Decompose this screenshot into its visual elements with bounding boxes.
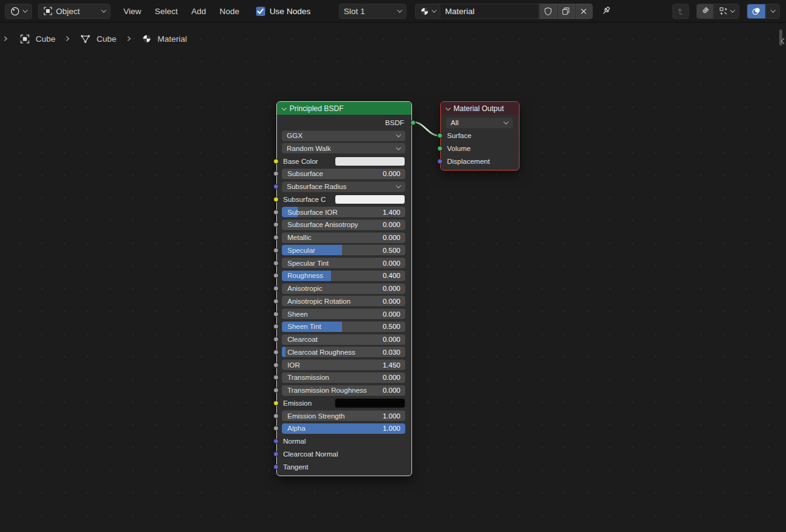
node-rows: AllSurfaceVolumeDisplacement xyxy=(441,115,519,170)
overlays-toggle-button[interactable] xyxy=(747,4,766,19)
value-slider[interactable]: Emission Strength1.000 xyxy=(282,411,405,421)
input-socket[interactable] xyxy=(273,439,279,444)
input-socket[interactable] xyxy=(273,222,279,228)
input-socket[interactable] xyxy=(273,260,279,266)
input-socket[interactable] xyxy=(273,324,279,330)
value-slider[interactable]: Roughness0.400 xyxy=(282,271,405,281)
node-row: Specular0.500 xyxy=(277,244,411,257)
menu-view[interactable]: View xyxy=(117,7,148,16)
editor-type-dropdown[interactable] xyxy=(5,4,32,19)
color-swatch[interactable] xyxy=(335,156,405,166)
browse-material-button[interactable] xyxy=(415,4,440,19)
input-socket[interactable] xyxy=(273,362,279,368)
input-socket[interactable] xyxy=(273,286,279,291)
input-socket[interactable] xyxy=(437,158,443,164)
value-slider[interactable]: Subsurface IOR1.400 xyxy=(282,207,405,217)
shield-icon xyxy=(543,7,553,16)
value-slider[interactable]: IOR1.450 xyxy=(282,360,405,370)
dropdown[interactable]: All xyxy=(446,118,513,128)
slider-label: Anisotropic Rotation xyxy=(282,298,351,305)
input-socket[interactable] xyxy=(273,184,279,190)
snap-toggle-button[interactable] xyxy=(696,4,714,19)
menu-add[interactable]: Add xyxy=(185,7,213,16)
value-slider[interactable]: Anisotropic Rotation0.000 xyxy=(282,296,405,306)
input-socket[interactable] xyxy=(437,133,443,139)
material-datablock: Material xyxy=(415,4,593,19)
new-material-button[interactable] xyxy=(557,4,575,19)
node-header[interactable]: Principled BSDF xyxy=(277,102,411,115)
input-socket[interactable] xyxy=(273,400,279,406)
value-slider[interactable]: Subsurface Anisotropy0.000 xyxy=(282,220,405,230)
slider-label: Roughness xyxy=(282,272,323,279)
node-header[interactable]: Material Output xyxy=(441,102,519,115)
output-socket[interactable] xyxy=(410,120,416,126)
node-row: Roughness0.400 xyxy=(277,269,411,282)
input-socket[interactable] xyxy=(273,311,279,317)
input-socket[interactable] xyxy=(273,413,279,418)
material-name-field[interactable]: Material xyxy=(440,4,539,19)
dropdown[interactable]: GGX xyxy=(282,131,405,141)
input-socket[interactable] xyxy=(273,247,279,253)
input-socket[interactable] xyxy=(273,337,279,342)
chevron-down-icon xyxy=(770,7,775,12)
value-slider[interactable]: Anisotropic0.000 xyxy=(282,283,405,294)
object-icon xyxy=(20,34,30,44)
input-socket[interactable] xyxy=(273,375,279,380)
snap-grid-icon xyxy=(718,6,728,16)
value-slider[interactable]: Subsurface0.000 xyxy=(282,169,405,179)
input-socket[interactable] xyxy=(273,426,279,431)
overlays-dropdown[interactable] xyxy=(766,4,780,19)
collapse-chevron-icon[interactable] xyxy=(446,106,451,110)
input-socket[interactable] xyxy=(273,171,279,177)
value-slider[interactable]: Sheen0.000 xyxy=(282,309,405,319)
unlink-material-button[interactable] xyxy=(575,4,593,19)
input-socket[interactable] xyxy=(273,451,279,457)
use-nodes-toggle[interactable]: Use Nodes xyxy=(256,7,311,16)
snap-element-dropdown[interactable] xyxy=(714,4,739,19)
color-swatch[interactable] xyxy=(335,398,405,408)
node-canvas[interactable]: Cube Cube xyxy=(0,23,786,532)
node-row: Clearcoat Roughness0.030 xyxy=(277,346,411,359)
value-slider[interactable]: Sheen Tint0.500 xyxy=(282,322,405,332)
node-rows: BSDFGGXRandom WalkBase ColorSubsurface0.… xyxy=(277,115,411,476)
input-socket[interactable] xyxy=(273,464,279,469)
slider-label: Transmission Roughness xyxy=(282,387,367,394)
input-socket[interactable] xyxy=(273,298,279,304)
input-socket[interactable] xyxy=(273,158,279,164)
value-slider[interactable]: Transmission Roughness0.000 xyxy=(282,385,405,396)
value-slider[interactable]: Alpha1.000 xyxy=(282,423,405,434)
mode-dropdown[interactable]: Object xyxy=(38,4,111,19)
input-socket[interactable] xyxy=(273,273,279,279)
dropdown[interactable]: Random Walk xyxy=(282,143,405,153)
value-slider[interactable]: Transmission0.000 xyxy=(282,372,405,383)
go-parent-node-tree-button[interactable] xyxy=(672,4,689,19)
node-link-bsdf-surface[interactable] xyxy=(412,122,440,136)
value-slider[interactable]: Specular0.500 xyxy=(282,245,405,255)
pin-button[interactable] xyxy=(601,6,612,17)
value-slider[interactable]: Specular Tint0.000 xyxy=(282,258,405,268)
slider-label: Subsurface Anisotropy xyxy=(282,221,358,228)
value-slider[interactable]: Metallic0.000 xyxy=(282,233,405,243)
node-row: Emission xyxy=(277,397,411,410)
slot-dropdown[interactable]: Slot 1 xyxy=(339,4,407,19)
input-socket[interactable] xyxy=(273,388,279,393)
fake-user-button[interactable] xyxy=(539,4,557,19)
value-slider[interactable]: Clearcoat Roughness0.030 xyxy=(282,347,405,357)
node-row: Metallic0.000 xyxy=(277,231,411,244)
node-material-output[interactable]: Material Output AllSurfaceVolumeDisplace… xyxy=(440,101,519,171)
collapse-chevron-icon[interactable] xyxy=(282,106,287,110)
node-principled-bsdf[interactable]: Principled BSDF BSDFGGXRandom WalkBase C… xyxy=(276,101,412,476)
input-socket[interactable] xyxy=(273,235,279,241)
menu-select[interactable]: Select xyxy=(148,7,185,16)
socket-label: Clearcoat Normal xyxy=(282,450,338,458)
input-socket[interactable] xyxy=(273,196,279,202)
input-socket[interactable] xyxy=(437,145,443,151)
value-slider[interactable]: Clearcoat0.000 xyxy=(282,334,405,345)
color-swatch[interactable] xyxy=(335,195,405,204)
sidebar-toggle-arrow[interactable] xyxy=(780,37,785,45)
input-socket[interactable] xyxy=(273,209,279,215)
dropdown[interactable]: Subsurface Radius xyxy=(282,182,405,192)
checkbox-checked-icon[interactable] xyxy=(256,7,265,16)
menu-node[interactable]: Node xyxy=(213,7,246,16)
input-socket[interactable] xyxy=(273,349,279,355)
